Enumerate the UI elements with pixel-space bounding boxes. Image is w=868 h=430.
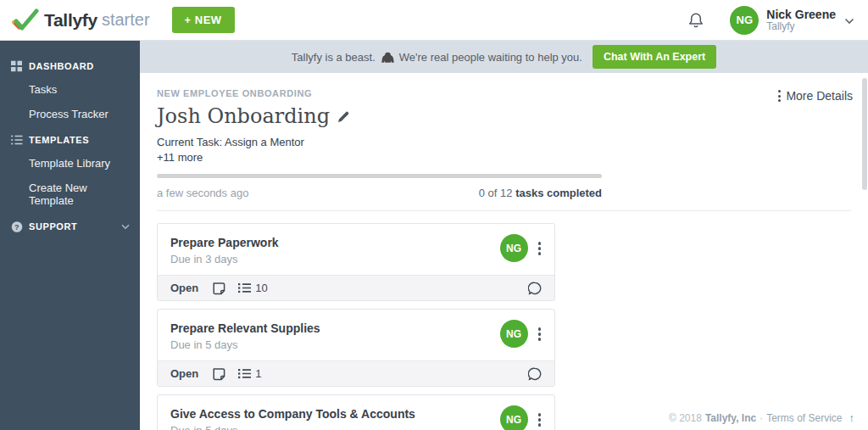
svg-text:?: ?: [14, 223, 19, 232]
sidebar-section-label: SUPPORT: [29, 221, 77, 232]
sidebar-section-support[interactable]: ? SUPPORT: [0, 215, 140, 237]
tasks-completed-count: 0 of 12 tasks completed: [479, 187, 602, 199]
help-banner: Tallyfy is a beast. We're real people wa…: [140, 41, 868, 73]
new-button[interactable]: + NEW: [172, 7, 235, 33]
brand-plan: starter: [102, 10, 150, 30]
tallyfy-logo[interactable]: Tallyfy starter: [12, 8, 150, 32]
sidebar-item-process-tracker[interactable]: Process Tracker: [0, 102, 140, 126]
more-dots-icon: [778, 90, 781, 102]
user-menu[interactable]: NG Nick Greene Tallyfy: [730, 6, 854, 35]
page-footer: © 2018 Tallyfy, Inc · Terms of Service ↑: [669, 411, 854, 424]
comment-icon[interactable]: [528, 282, 542, 295]
user-org: Tallyfy: [766, 21, 836, 33]
list-icon: [11, 135, 22, 146]
user-avatar[interactable]: NG: [730, 6, 759, 35]
sidebar: DASHBOARD Tasks Process Tracker TEMPLATE…: [0, 41, 140, 430]
user-name: Nick Greene: [766, 8, 836, 21]
current-task: Current Task: Assign a Mentor: [157, 136, 851, 148]
sidebar-section-templates[interactable]: TEMPLATES: [0, 129, 140, 151]
task-due-date: Due in 5 days: [170, 424, 500, 430]
progress-bar: [157, 174, 602, 178]
chevron-down-icon: [121, 221, 130, 232]
more-tasks-link[interactable]: +11 more: [157, 151, 851, 164]
note-icon[interactable]: [213, 282, 225, 295]
tasks-count-prefix: 0 of 12: [479, 187, 513, 199]
chat-with-expert-button[interactable]: Chat With An Expert: [593, 45, 716, 69]
brand-name: Tallyfy: [44, 10, 97, 31]
notifications-bell-icon[interactable]: [687, 11, 704, 30]
sidebar-section-dashboard[interactable]: DASHBOARD: [0, 55, 140, 77]
task-menu-dots-icon[interactable]: [528, 405, 545, 430]
top-bar: Tallyfy starter + NEW NG Nick Greene Tal…: [0, 0, 868, 41]
user-text: Nick Greene Tallyfy: [766, 8, 836, 33]
assignee-avatar[interactable]: NG: [500, 405, 528, 430]
copyright: © 2018: [669, 412, 702, 424]
chevron-down-icon: [844, 13, 854, 28]
template-name: NEW EMPLOYEE ONBOARDING: [157, 88, 851, 98]
more-details-label: More Details: [786, 89, 853, 103]
task-menu-dots-icon[interactable]: [528, 234, 545, 260]
checklist-icon: [238, 368, 251, 379]
checklist-count: 10: [255, 282, 267, 294]
edit-pencil-icon[interactable]: [337, 110, 350, 123]
task-due-date: Due in 3 days: [170, 253, 500, 265]
scrollbar-thumb[interactable]: [862, 78, 867, 190]
sidebar-item-create-new-template[interactable]: Create New Template: [0, 176, 140, 213]
note-icon[interactable]: [213, 367, 225, 381]
sidebar-section-label: TEMPLATES: [29, 135, 89, 145]
main-content: NEW EMPLOYEE ONBOARDING Josh Onboarding …: [140, 73, 868, 430]
sidebar-item-tasks[interactable]: Tasks: [0, 77, 140, 102]
assignee-avatar[interactable]: NG: [500, 234, 528, 262]
sidebar-section-label: DASHBOARD: [29, 61, 94, 71]
task-card[interactable]: Give Access to Company Tools & Accounts …: [157, 394, 555, 430]
checklist-icon: [238, 282, 251, 293]
more-details-button[interactable]: More Details: [778, 89, 853, 103]
comment-icon[interactable]: [528, 367, 542, 381]
task-menu-dots-icon[interactable]: [528, 320, 545, 346]
checklist-indicator[interactable]: 10: [238, 282, 267, 294]
banner-text-before: Tallyfy is a beast.: [292, 51, 376, 64]
task-title: Prepare Relevant Supplies: [170, 321, 500, 335]
task-title: Give Access to Company Tools & Accounts: [170, 407, 500, 421]
checklist-indicator[interactable]: 1: [238, 367, 261, 380]
task-status: Open: [170, 282, 198, 294]
sidebar-item-template-library[interactable]: Template Library: [0, 151, 140, 176]
process-title: Josh Onboarding: [157, 104, 330, 128]
terms-of-service-link[interactable]: Terms of Service: [766, 412, 842, 424]
task-card[interactable]: Prepare Relevant Supplies Due in 5 days …: [157, 309, 555, 387]
company-name: Tallyfy, Inc: [705, 412, 756, 424]
gorilla-icon: [381, 52, 395, 64]
scroll-to-top-icon[interactable]: ↑: [849, 411, 855, 424]
task-title: Prepare Paperwork: [170, 236, 500, 249]
checklist-count: 1: [255, 367, 261, 380]
header-divider: [157, 210, 851, 211]
process-header: NEW EMPLOYEE ONBOARDING Josh Onboarding …: [140, 73, 868, 211]
assignee-avatar[interactable]: NG: [500, 320, 528, 348]
task-card[interactable]: Prepare Paperwork Due in 3 days NG Open: [157, 223, 555, 301]
banner-text-after: We're real people waiting to help you.: [399, 51, 582, 64]
tasks-count-suffix: tasks completed: [515, 187, 602, 199]
checkmark-logo-icon: [12, 8, 39, 32]
footer-separator: ·: [760, 412, 763, 424]
task-list: Prepare Paperwork Due in 3 days NG Open: [157, 223, 555, 430]
question-icon: ?: [11, 221, 22, 232]
last-updated: a few seconds ago: [157, 187, 248, 199]
task-due-date: Due in 5 days: [170, 338, 500, 351]
grid-icon: [11, 61, 22, 72]
task-status: Open: [170, 367, 198, 380]
